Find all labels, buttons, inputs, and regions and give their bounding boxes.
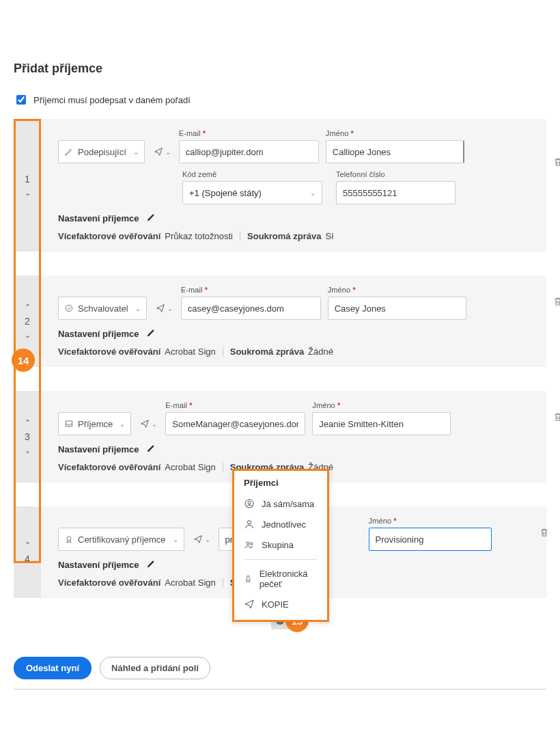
name-input[interactable] xyxy=(328,297,466,320)
popup-item-eseal[interactable]: Elektronická pečeť xyxy=(234,564,327,594)
trash-icon xyxy=(552,296,560,307)
edit-settings-button[interactable] xyxy=(146,328,156,340)
order-number: 2 xyxy=(25,316,30,327)
person-icon xyxy=(244,519,255,530)
cert-icon xyxy=(64,534,74,544)
order-number: 1 xyxy=(25,174,30,185)
country-code-select[interactable]: +1 (Spojené státy) ⌄ xyxy=(182,181,322,204)
svg-point-3 xyxy=(248,502,251,504)
email-label: E-mail * xyxy=(179,129,319,137)
pencil-icon xyxy=(146,328,156,338)
popup-item-individual[interactable]: Jednotlivec xyxy=(234,514,327,534)
order-number: 4 xyxy=(25,554,30,565)
popup-item-group[interactable]: Skupina xyxy=(234,534,327,555)
email-input[interactable] xyxy=(179,140,319,163)
send-individually-toggle[interactable]: ⌄ xyxy=(138,412,158,435)
pencil-icon xyxy=(146,213,156,222)
chevron-down-icon: ⌄ xyxy=(205,536,210,543)
paper-plane-icon xyxy=(139,419,150,429)
move-down-icon[interactable]: ⌄ xyxy=(25,331,31,340)
popup-item-label: Elektronická pečeť xyxy=(260,569,318,589)
country-code-value: +1 (Spojené státy) xyxy=(189,188,262,198)
paper-plane-icon xyxy=(193,534,204,544)
annotation-badge-14: 14 xyxy=(12,349,35,372)
name-input[interactable] xyxy=(312,412,451,435)
private-msg-value: Sí xyxy=(325,231,333,241)
name-input[interactable] xyxy=(326,140,464,163)
email-input[interactable] xyxy=(181,297,321,320)
recipient-settings-label: Nastavení příjemce xyxy=(58,213,139,223)
paper-plane-icon xyxy=(153,147,164,157)
role-label: Certifikovaný příjemce xyxy=(78,534,166,545)
private-msg-label: Soukromá zpráva xyxy=(230,346,304,357)
chevron-down-icon: ⌄ xyxy=(167,305,173,312)
delete-recipient-button[interactable] xyxy=(552,296,560,309)
send-outline-icon xyxy=(244,599,255,610)
inbox-icon xyxy=(64,419,74,429)
trash-icon xyxy=(539,527,550,538)
popup-item-label: Já sám/sama xyxy=(262,499,314,509)
role-select[interactable]: Podepisující ⌄ xyxy=(58,140,145,163)
popup-item-label: Skupina xyxy=(262,540,294,550)
role-select[interactable]: Schvalovatel ⌄ xyxy=(58,297,147,320)
country-code-label: Kód země xyxy=(182,170,322,178)
phone-input[interactable] xyxy=(336,181,456,204)
chevron-down-icon: ⌄ xyxy=(135,305,141,312)
move-up-icon[interactable]: ⌃ xyxy=(25,418,31,427)
mfa-label: Vícefaktorové ověřování xyxy=(58,577,160,588)
role-select[interactable]: Příjemce ⌄ xyxy=(58,412,131,435)
edit-settings-button[interactable] xyxy=(146,559,156,571)
paper-plane-icon xyxy=(155,303,166,313)
email-input[interactable] xyxy=(165,412,305,435)
pen-icon xyxy=(64,147,74,157)
name-label: Jméno * xyxy=(369,517,492,525)
order-checkbox-label: Příjemci musí podepsat v daném pořadí xyxy=(33,95,191,105)
chevron-down-icon: ⌄ xyxy=(310,189,316,197)
email-label: E-mail * xyxy=(165,401,305,409)
preview-add-fields-button[interactable]: Náhled a přidání polí xyxy=(100,657,210,679)
divider xyxy=(223,463,223,472)
move-down-icon[interactable]: ⌄ xyxy=(25,446,31,455)
role-label: Podepisující xyxy=(78,147,126,157)
mfa-value: Acrobat Sign xyxy=(165,346,215,357)
pencil-icon xyxy=(146,444,156,453)
trash-icon xyxy=(552,157,560,167)
footer-divider xyxy=(14,689,546,690)
popup-item-myself[interactable]: Já sám/sama xyxy=(234,493,327,514)
move-down-icon[interactable]: ⌄ xyxy=(25,189,31,198)
recipient-card: ⌃ 4 Certifikovaný příjemce ⌄ ⌄ E-mail * xyxy=(14,506,546,598)
edit-settings-button[interactable] xyxy=(146,444,156,455)
send-individually-toggle[interactable]: ⌄ xyxy=(154,297,174,320)
recipient-settings-label: Nastavení příjemce xyxy=(58,444,139,454)
trash-icon xyxy=(552,411,560,422)
move-up-icon[interactable]: ⌃ xyxy=(25,303,31,312)
divider xyxy=(223,578,223,588)
recipient-settings-label: Nastavení příjemce xyxy=(58,329,139,339)
phone-label: Telefonní číslo xyxy=(336,170,456,178)
recipient-card: 1 ⌄ Podepisující ⌄ ⌄ E-mail * xyxy=(14,119,546,252)
popup-item-cc[interactable]: KOPIE xyxy=(234,594,327,614)
edit-settings-button[interactable] xyxy=(146,213,156,224)
send-individually-toggle[interactable]: ⌄ xyxy=(191,528,212,551)
recipient-settings-label: Nastavení příjemce xyxy=(58,560,139,570)
divider xyxy=(240,232,240,241)
mfa-value: Průkaz totožnosti xyxy=(165,231,233,241)
send-now-button[interactable]: Odeslat nyní xyxy=(14,657,92,679)
svg-point-6 xyxy=(251,543,253,545)
role-select[interactable]: Certifikovaný příjemce ⌄ xyxy=(58,528,184,551)
name-label: Jméno * xyxy=(312,401,451,409)
private-msg-label: Soukromá zpráva xyxy=(247,231,321,241)
send-individually-toggle[interactable]: ⌄ xyxy=(152,140,172,163)
order-checkbox[interactable] xyxy=(16,95,26,105)
name-input[interactable] xyxy=(369,528,492,551)
page-title: Přidat příjemce xyxy=(14,62,546,76)
check-seal-icon xyxy=(64,303,74,313)
delete-recipient-button[interactable] xyxy=(539,527,550,540)
mfa-label: Vícefaktorové ověřování xyxy=(58,462,160,472)
delete-recipient-button[interactable] xyxy=(552,411,560,424)
svg-point-0 xyxy=(66,305,72,311)
move-up-icon[interactable]: ⌃ xyxy=(25,541,31,549)
delete-recipient-button[interactable] xyxy=(552,157,560,169)
popup-item-label: KOPIE xyxy=(262,599,289,610)
private-msg-value: Žádné xyxy=(308,346,333,357)
